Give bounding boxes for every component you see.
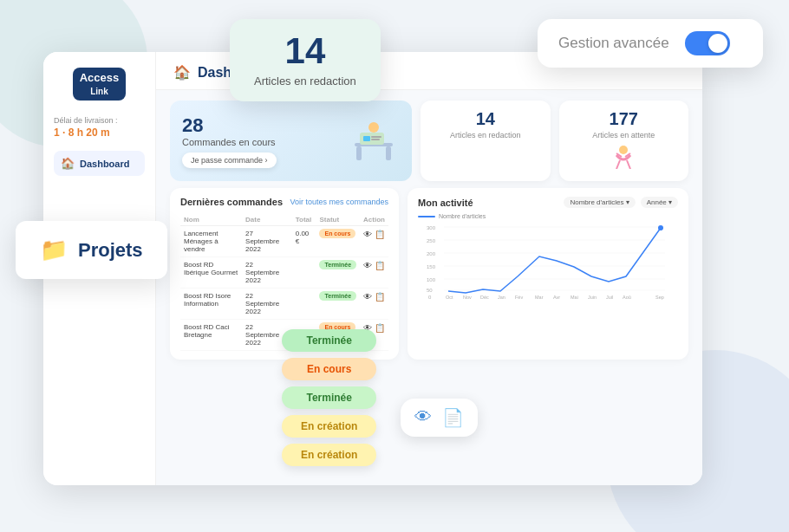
svg-text:300: 300 (427, 225, 436, 230)
logo-area: AccessLink (54, 68, 145, 101)
filter-annee[interactable]: Année ▾ (641, 197, 678, 208)
statuses-column: Terminée En cours Terminée En création E… (282, 329, 376, 466)
articles-attente-label: Articles en attente (570, 131, 679, 139)
svg-rect-2 (386, 146, 391, 160)
cell-nom: Boost RD Ibérique Gourmet (180, 257, 242, 289)
floating-articles-label: Articles en redaction (254, 75, 356, 88)
status-badge-encreation1: En création (282, 415, 376, 438)
svg-point-4 (368, 122, 379, 133)
status-badge: Terminée (319, 291, 356, 301)
svg-text:Fév: Fév (515, 295, 523, 300)
svg-text:Déc: Déc (480, 295, 489, 300)
file-icon[interactable]: 📄 (442, 407, 464, 428)
stat-card-articles-attente: 177 Articles en attente (559, 101, 689, 181)
table-row: Boost RD Isore Information22 Septembre 2… (180, 289, 388, 320)
articles-attente-number: 177 (570, 109, 679, 129)
gestion-label: Gestion avancée (558, 35, 669, 52)
svg-rect-6 (371, 136, 381, 138)
home-icon: 🏠 (61, 157, 75, 170)
status-badge-terminee1: Terminée (282, 329, 376, 352)
legend-line (418, 216, 435, 217)
status-badge-encreation2: En création (282, 444, 376, 466)
activity-header: Mon activité Nombre d'articles ▾ Année ▾ (418, 197, 678, 208)
cell-action[interactable]: 👁 📋 (360, 257, 388, 289)
svg-text:150: 150 (427, 264, 436, 269)
sidebar-item-label: Dashboard (80, 159, 129, 169)
svg-rect-1 (356, 146, 362, 160)
orders-panel-title: Dernières commandes (180, 197, 283, 207)
bottom-section: Dernières commandes Voir toutes mes comm… (156, 188, 702, 368)
orders-table-head: Nom Date Total Statut Action (180, 214, 388, 226)
person-desk-svg (348, 117, 400, 165)
svg-text:Mai: Mai (571, 295, 578, 300)
filter-articles[interactable]: Nombre d'articles ▾ (564, 197, 635, 208)
stats-row: 28 Commandes en cours Je passe commande … (156, 90, 702, 188)
svg-text:Juin: Juin (588, 295, 597, 300)
svg-point-8 (619, 146, 628, 154)
chart-legend: Nombre d'articles (418, 213, 678, 219)
logo-main: AccessLink (73, 68, 127, 101)
cell-nom: Lancement Ménages à vendre (180, 226, 242, 257)
floating-articles-number: 14 (254, 33, 356, 69)
sidebar-item-dashboard[interactable]: 🏠 Dashboard (54, 151, 145, 176)
orders-panel-header: Dernières commandes Voir toutes mes comm… (180, 197, 388, 207)
activity-panel: Mon activité Nombre d'articles ▾ Année ▾… (408, 188, 688, 360)
svg-line-9 (616, 160, 620, 169)
cell-total (292, 289, 316, 320)
status-badge-encours1: En cours (282, 358, 376, 380)
cell-nom: Boost RD Isore Information (180, 289, 242, 320)
svg-text:200: 200 (427, 251, 436, 256)
eye-icon[interactable]: 👁 (414, 407, 432, 428)
card-projets[interactable]: 📁 Projets (16, 221, 167, 279)
col-statut: Statut (316, 214, 360, 226)
folder-icon: 📁 (40, 237, 68, 263)
cell-date: 22 Septembre 2022 (242, 289, 292, 320)
commandes-info: 28 Commandes en cours Je passe commande … (182, 114, 277, 168)
cell-total: 0.00 € (292, 226, 316, 257)
svg-text:100: 100 (427, 277, 436, 282)
activity-title: Mon activité (418, 198, 473, 208)
svg-text:250: 250 (427, 238, 436, 243)
cta-button[interactable]: Je passe commande › (182, 152, 277, 168)
svg-text:Oct: Oct (446, 295, 453, 300)
commandes-label: Commandes en cours (182, 137, 277, 147)
delivery-time: 1 · 8 h 20 m (54, 127, 145, 139)
svg-text:Avr: Avr (553, 295, 560, 300)
col-total: Total (292, 214, 316, 226)
cell-statut: Terminée (316, 257, 360, 289)
svg-point-26 (658, 225, 663, 230)
cell-total (292, 257, 316, 289)
table-row: Boost RD Ibérique Gourmet22 Septembre 20… (180, 257, 388, 289)
status-badge-terminee2: Terminée (282, 386, 376, 409)
svg-rect-7 (371, 139, 380, 140)
stat-card-commandes: 28 Commandes en cours Je passe commande … (170, 101, 412, 181)
svg-line-10 (627, 160, 630, 169)
svg-text:Nov: Nov (463, 295, 472, 300)
legend-label: Nombre d'articles (439, 213, 486, 219)
svg-text:Jan: Jan (498, 295, 505, 300)
delivery-label: Délai de livraison : (54, 116, 145, 125)
svg-rect-5 (363, 136, 370, 141)
person-illustration (348, 117, 400, 165)
commandes-number: 28 (182, 114, 277, 137)
jump-person-svg (606, 145, 641, 169)
articles-redaction-label: Articles en redaction (431, 131, 540, 139)
orders-panel-link[interactable]: Voir toutes mes commandes (290, 198, 388, 206)
card-articles-redaction: 14 Articles en redaction (230, 19, 381, 101)
svg-text:50: 50 (427, 288, 433, 293)
svg-text:Sep: Sep (655, 295, 664, 300)
action-icons-float: 👁 📄 (401, 399, 478, 437)
status-badge: En cours (319, 229, 355, 238)
cell-nom: Boost RD Caci Bretagne (180, 320, 242, 351)
cell-action[interactable]: 👁 📋 (360, 289, 388, 320)
table-row: Lancement Ménages à vendre27 Septembre 2… (180, 226, 388, 257)
stat-card-articles-redaction: 14 Articles en redaction (421, 101, 551, 181)
projets-label: Projets (78, 239, 143, 262)
gestion-toggle[interactable] (685, 31, 730, 55)
cell-action[interactable]: 👁 📋 (360, 226, 388, 257)
col-nom: Nom (180, 214, 242, 226)
toggle-knob (708, 34, 727, 53)
svg-text:Mar: Mar (535, 295, 544, 300)
articles-redaction-number: 14 (431, 109, 540, 129)
activity-filters: Nombre d'articles ▾ Année ▾ (564, 197, 678, 208)
